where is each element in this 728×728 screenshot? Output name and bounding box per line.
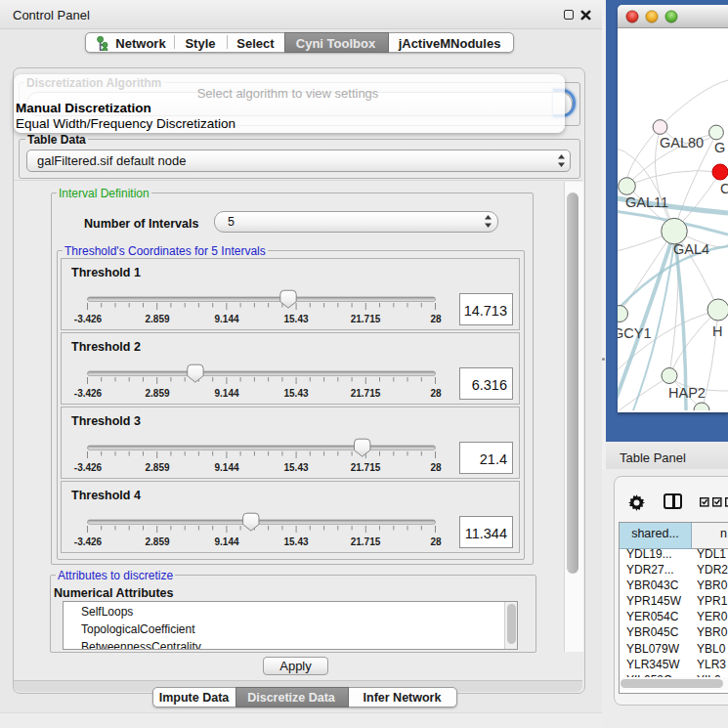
svg-text:HAP2: HAP2 (668, 385, 706, 401)
svg-text:GAL11: GAL11 (625, 194, 668, 210)
svg-text:GAL80: GAL80 (660, 135, 704, 150)
svg-text:G: G (714, 140, 725, 155)
svg-text:GAL4: GAL4 (673, 241, 709, 257)
svg-text:C: C (720, 181, 728, 196)
svg-text:GCY1: GCY1 (618, 325, 652, 341)
svg-text:H: H (712, 323, 722, 339)
